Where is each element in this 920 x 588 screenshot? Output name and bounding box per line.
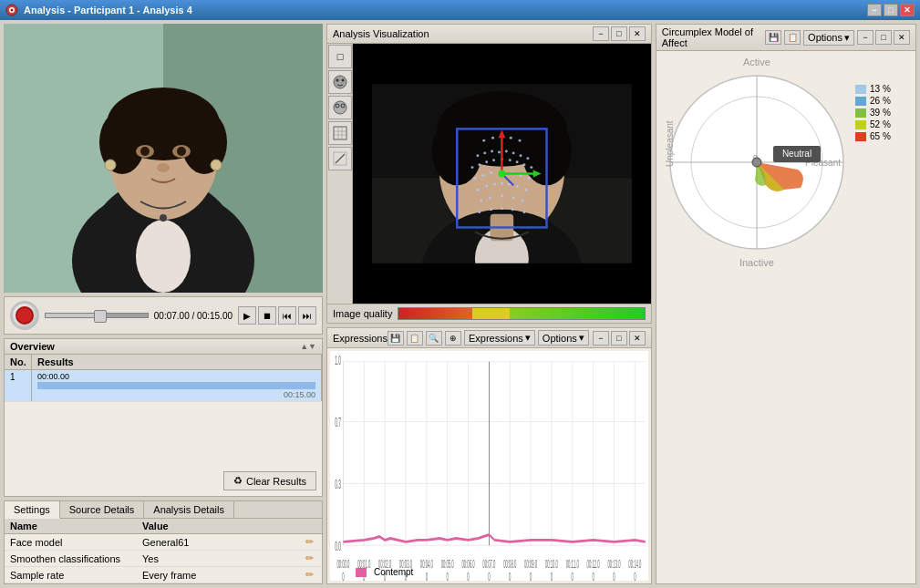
settings-col-name: Name xyxy=(5,519,137,533)
circumplex-circle-container: 0 Unpleasant Pleasant xyxy=(666,71,848,253)
clear-results-label: Clear Results xyxy=(246,476,306,487)
viz-tool-select[interactable]: □ xyxy=(328,45,352,68)
settings-edit-1[interactable]: ✏ xyxy=(304,551,322,566)
pause-button[interactable]: ⏹ xyxy=(258,306,276,325)
seek-bar[interactable] xyxy=(45,313,149,318)
svg-text:0: 0 xyxy=(467,570,470,581)
svg-point-22 xyxy=(334,76,346,88)
svg-point-159 xyxy=(752,158,761,167)
svg-point-18 xyxy=(157,163,170,172)
settings-name-2: Sample rate xyxy=(5,568,137,583)
tab-analysis-details[interactable]: Analysis Details xyxy=(144,501,234,518)
expr-minimize-btn[interactable]: − xyxy=(593,331,609,346)
seek-progress xyxy=(46,314,94,317)
settings-row-2: Sample rate Every frame ✏ xyxy=(5,567,322,583)
tab-source-details[interactable]: Source Details xyxy=(60,501,145,518)
affect-close-btn[interactable]: ✕ xyxy=(894,30,910,45)
viz-tool-face2[interactable] xyxy=(328,96,352,119)
svg-text:0.0: 0.0 xyxy=(335,539,341,553)
settings-table-header: Name Value xyxy=(5,519,322,534)
app-icon xyxy=(5,4,18,16)
settings-edit-2[interactable]: ✏ xyxy=(304,567,322,583)
minimize-button[interactable]: − xyxy=(867,4,882,16)
svg-point-52 xyxy=(498,150,501,153)
svg-point-62 xyxy=(509,159,512,161)
affect-minimize-btn[interactable]: − xyxy=(857,30,873,45)
svg-text:0: 0 xyxy=(530,570,532,581)
expressions-options-label: Options xyxy=(543,333,577,344)
legend-swatch-2 xyxy=(855,108,866,118)
affect-options-label: Options xyxy=(808,32,842,43)
expressions-chart-svg: 1.0 0.7 0.3 0.0 xyxy=(330,351,648,581)
svg-point-84 xyxy=(522,200,524,202)
expr-copy-btn[interactable]: 📋 xyxy=(407,331,423,346)
close-button[interactable]: ✕ xyxy=(900,4,915,16)
title-bar: Analysis - Participant 1 - Analysis 4 − … xyxy=(0,0,920,20)
svg-point-65 xyxy=(530,166,532,169)
viz-restore-btn[interactable]: □ xyxy=(611,26,627,41)
svg-text:0: 0 xyxy=(488,570,491,581)
svg-text:0: 0 xyxy=(613,570,615,581)
expressions-dropdown[interactable]: Expressions ▾ xyxy=(464,330,535,346)
affect-title: Circumplex Model of Affect xyxy=(662,26,765,48)
seek-handle[interactable] xyxy=(94,310,107,323)
affect-options-dropdown[interactable]: Options ▾ xyxy=(803,30,854,46)
expr-save-btn[interactable]: 💾 xyxy=(388,331,404,346)
expr-zoom-btn[interactable]: 🔍 xyxy=(426,331,442,346)
svg-point-45 xyxy=(491,137,494,139)
iq-red xyxy=(398,308,472,319)
affect-copy-btn[interactable]: 📋 xyxy=(784,30,801,45)
viz-close-btn[interactable]: ✕ xyxy=(629,26,646,41)
next-button[interactable]: ⏭ xyxy=(298,306,316,325)
overview-row[interactable]: 1 00:00.00 00:15.00 xyxy=(5,370,322,402)
affect-body: Active 0 Unpleasant xyxy=(656,51,915,588)
expressions-toolbar: 💾 📋 🔍 ⊕ Expressions ▾ Options ▾ xyxy=(388,330,589,346)
svg-point-21 xyxy=(160,214,167,222)
settings-name-0: Face model xyxy=(5,535,137,550)
circumplex-panel: Circumplex Model of Affect 💾 📋 Options ▾… xyxy=(656,24,916,584)
expr-zoom2-btn[interactable]: ⊕ xyxy=(445,331,461,346)
affect-restore-btn[interactable]: □ xyxy=(875,30,892,45)
viz-tool-face[interactable] xyxy=(328,70,352,94)
record-indicator xyxy=(10,301,39,330)
svg-text:Neutral: Neutral xyxy=(782,149,811,159)
expressions-options-dropdown[interactable]: Options ▾ xyxy=(538,330,589,346)
viz-minimize-btn[interactable]: − xyxy=(593,26,609,41)
svg-point-68 xyxy=(490,171,492,174)
svg-point-86 xyxy=(490,208,492,211)
expr-restore-btn[interactable]: □ xyxy=(611,331,627,346)
resize-handle[interactable]: ▲▼ xyxy=(300,342,316,351)
video-area xyxy=(4,24,323,293)
playback-controls: ▶ ⏹ ⏮ ⏭ xyxy=(238,306,316,325)
expressions-options-arrow: ▾ xyxy=(579,332,584,344)
viz-content: □ xyxy=(327,44,651,304)
legend-row-0: 13 % xyxy=(855,84,910,94)
maximize-button[interactable]: □ xyxy=(884,4,898,16)
prev-button[interactable]: ⏮ xyxy=(278,306,296,325)
tab-settings[interactable]: Settings xyxy=(5,501,60,519)
affect-toolbar: 💾 📋 Options ▾ xyxy=(765,30,854,46)
legend-swatch-1 xyxy=(855,97,866,106)
settings-value-2: Every frame xyxy=(137,568,304,583)
overview-panel: Overview ▲▼ No. Results 1 00:00.00 00:15… xyxy=(4,338,323,497)
affect-legend: 13 % 26 % 39 % 52 % 65 % xyxy=(855,57,910,583)
settings-edit-0[interactable]: ✏ xyxy=(304,534,322,550)
svg-point-63 xyxy=(516,160,519,163)
viz-tool-axes[interactable] xyxy=(328,147,352,170)
overview-footer: ♻ Clear Results xyxy=(5,466,322,496)
viz-tool-mesh[interactable] xyxy=(328,121,352,145)
viz-toolbar: □ xyxy=(327,44,353,304)
window-title: Analysis - Participant 1 - Analysis 4 xyxy=(24,5,192,15)
legend-row-4: 65 % xyxy=(855,131,910,141)
svg-rect-98 xyxy=(372,263,632,304)
settings-rows: Face model General61 ✏ Smoothen classifi… xyxy=(5,534,322,583)
play-button[interactable]: ▶ xyxy=(238,306,256,325)
svg-text:0: 0 xyxy=(572,570,574,581)
legend-swatch-4 xyxy=(855,132,866,141)
affect-save-btn[interactable]: 💾 xyxy=(765,30,781,45)
left-panel: 00:07.00 / 00:15.00 ▶ ⏹ ⏮ ⏭ Overview ▲▼ … xyxy=(4,24,323,584)
expressions-header: Expressions 💾 📋 🔍 ⊕ Expressions ▾ Option… xyxy=(327,328,651,348)
clear-results-button[interactable]: ♻ Clear Results xyxy=(223,471,316,490)
expr-close-btn[interactable]: ✕ xyxy=(629,331,646,346)
svg-point-60 xyxy=(492,159,495,161)
